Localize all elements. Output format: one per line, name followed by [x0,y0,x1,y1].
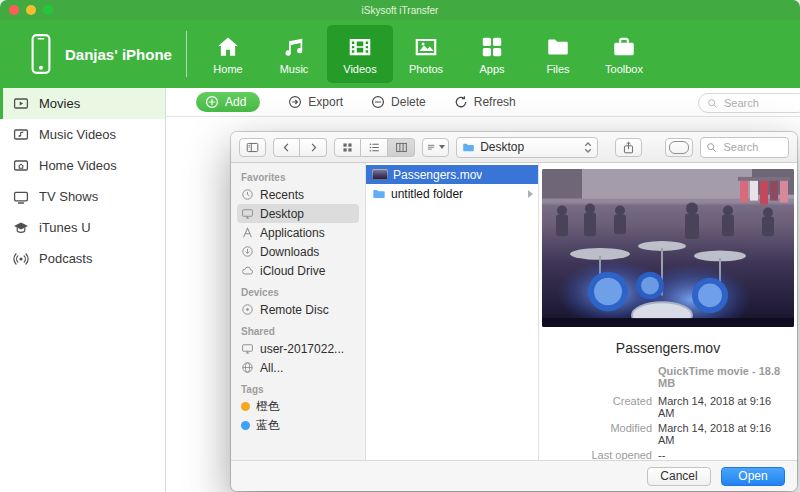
window-title: iSkysoft iTransfer [362,5,439,16]
blue-tag-dot [241,421,250,430]
finder-sidebar: Favorites Recents Desktop [231,163,366,460]
finder-item-applications[interactable]: Applications [237,223,359,242]
share-icon [622,141,635,154]
folder-chevron-icon [528,190,533,198]
sidebar-item-home-videos[interactable]: Home Videos [0,150,165,181]
cloud-icon [241,264,254,277]
dropdown-arrow-icon [439,145,445,149]
finder-item-recents[interactable]: Recents [237,185,359,204]
app-window: iSkysoft iTransfer Danjas' iPhone Home M… [0,0,800,492]
folder-icon [372,187,386,201]
library-search-input[interactable] [722,96,799,110]
devices-section-title: Devices [241,287,359,298]
window-titlebar: iSkysoft iTransfer [0,0,800,20]
apps-icon [478,34,506,60]
file-row-passengers[interactable]: Passengers.mov [366,165,538,184]
cancel-button[interactable]: Cancel [647,467,711,486]
refresh-button[interactable]: Refresh [454,95,516,109]
file-kind: QuickTime movie - 18.8 MB [658,365,790,389]
export-icon [288,95,302,109]
group-icon [426,141,436,154]
search-icon [706,142,717,153]
forward-button[interactable] [300,138,327,157]
nav-photos[interactable]: Photos [393,25,459,83]
content-area: Desktop [166,117,800,492]
media-sidebar: Movies Music Videos Home Videos TV Shows… [0,88,166,492]
grid-view-icon [341,141,354,154]
finder-item-remote-disc[interactable]: Remote Disc [237,300,359,319]
add-button[interactable]: Add [196,92,260,112]
music-icon [280,34,308,60]
tv-shows-icon [13,189,29,205]
back-button[interactable] [273,138,300,157]
sidebar-item-movies[interactable]: Movies [0,88,165,119]
minus-circle-icon [371,95,385,109]
chevron-left-icon [280,141,293,154]
open-button[interactable]: Open [721,467,785,486]
group-by-button[interactable] [422,138,449,157]
plus-circle-icon [205,95,219,109]
file-column: Passengers.mov untitled folder [366,163,539,460]
folder-icon [462,141,475,154]
delete-button[interactable]: Delete [371,95,426,109]
zoom-window-button[interactable] [43,5,53,15]
device-info: Danjas' iPhone [0,33,186,75]
share-button[interactable] [615,138,642,157]
finder-item-downloads[interactable]: Downloads [237,242,359,261]
sidebar-item-podcasts[interactable]: Podcasts [0,243,165,274]
nav-home[interactable]: Home [195,25,261,83]
tag-button[interactable] [665,138,694,157]
export-button[interactable]: Export [288,95,343,109]
downloads-icon [241,245,254,258]
video-still-art [542,169,794,327]
location-popup[interactable]: Desktop [456,137,597,158]
sidebar-item-music-videos[interactable]: Music Videos [0,119,165,150]
shared-section-title: Shared [241,326,359,337]
preview-filename: Passengers.mov [616,340,720,356]
podcasts-icon [13,251,29,267]
minimize-window-button[interactable] [26,5,36,15]
nav-files[interactable]: Files [525,25,591,83]
finder-item-shared-user[interactable]: user-2017022... [237,339,359,358]
device-name: Danjas' iPhone [65,46,172,63]
disc-icon [241,303,254,316]
history-nav [273,138,327,157]
tag-capsule-icon [669,141,690,154]
nav-toolbox[interactable]: Toolbox [591,25,657,83]
nav-music[interactable]: Music [261,25,327,83]
nav-apps[interactable]: Apps [459,25,525,83]
preview-column: Passengers.mov QuickTime movie - 18.8 MB… [539,163,797,460]
finder-tag-blue[interactable]: 蓝色 [237,416,359,435]
home-icon [214,34,242,60]
movie-file-icon [372,169,388,180]
applications-icon [241,226,254,239]
media-toolbar: Add Export Delete Refresh [166,88,800,117]
sidebar-item-tv-shows[interactable]: TV Shows [0,181,165,212]
iphone-icon [28,33,54,75]
sidebar-item-itunes-u[interactable]: iTunes U [0,212,165,243]
icon-view-button[interactable] [334,138,361,157]
desktop-icon [241,207,254,220]
finder-toolbar: Desktop [231,132,797,163]
shared-computer-icon [241,342,254,355]
view-switcher [334,138,415,157]
finder-item-shared-all[interactable]: All... [237,358,359,377]
finder-tag-orange[interactable]: 橙色 [237,397,359,416]
list-view-button[interactable] [361,138,388,157]
close-window-button[interactable] [9,5,19,15]
library-search-field[interactable] [698,93,800,113]
file-row-untitled-folder[interactable]: untitled folder [366,184,538,203]
nav-videos[interactable]: Videos [327,25,393,83]
photos-icon [412,34,440,60]
finder-item-icloud-drive[interactable]: iCloud Drive [237,261,359,280]
refresh-icon [454,95,468,109]
column-view-icon [395,141,408,154]
itunes-u-icon [13,220,29,236]
finder-search-field[interactable] [700,137,789,158]
sidebar-toggle-icon [246,141,259,154]
finder-item-desktop[interactable]: Desktop [237,204,359,223]
chevron-right-icon [307,141,320,154]
toggle-sidebar-button[interactable] [239,138,266,157]
column-view-button[interactable] [388,138,415,157]
finder-search-input[interactable] [721,140,783,154]
